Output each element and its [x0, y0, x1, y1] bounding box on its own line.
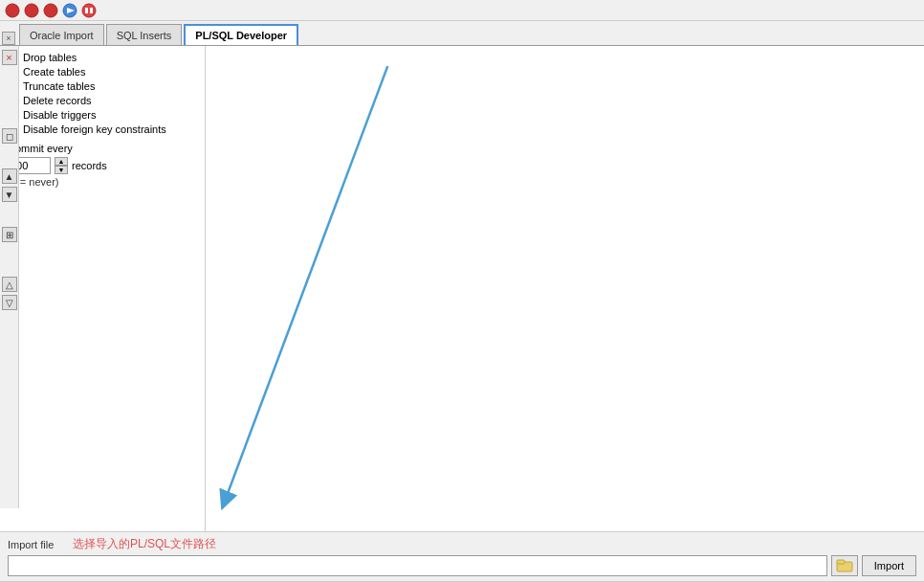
svg-point-5 — [82, 4, 96, 17]
svg-rect-6 — [85, 8, 88, 13]
toolbar-icon-2[interactable] — [23, 2, 40, 19]
side-btn-chevron-up[interactable]: ▲ — [2, 168, 17, 184]
checkbox-create-tables[interactable]: Create tables — [8, 66, 197, 78]
tab-sql-inserts[interactable]: SQL Inserts — [106, 24, 183, 45]
file-label-row: Import file 选择导入的PL/SQL文件路径 — [8, 536, 916, 552]
main-toolbar — [0, 0, 924, 21]
tab-plsql-developer[interactable]: PL/SQL Developer — [184, 24, 298, 45]
spin-down-button[interactable]: ▼ — [55, 166, 68, 174]
file-input-row: Import — [8, 555, 916, 576]
file-area: Import file 选择导入的PL/SQL文件路径 Import — [0, 531, 924, 581]
side-btn-1[interactable]: × — [2, 50, 17, 65]
checkbox-drop-tables[interactable]: Drop tables — [8, 52, 197, 63]
disable-triggers-label: Disable triggers — [23, 109, 96, 121]
tab-bar: × Oracle Import SQL Inserts PL/SQL Devel… — [0, 21, 924, 46]
side-btn-chevron-down[interactable]: ▼ — [2, 187, 17, 202]
checkbox-truncate-tables[interactable]: Truncate tables — [8, 80, 197, 92]
records-label: records — [72, 160, 107, 171]
main-content: Drop tables Create tables Truncate table… — [0, 46, 924, 531]
svg-rect-10 — [837, 560, 845, 564]
browse-button[interactable] — [831, 555, 858, 576]
checkbox-delete-records[interactable]: Delete records — [8, 95, 197, 106]
disable-fk-label: Disable foreign key constraints — [23, 123, 166, 135]
commit-spinbuttons: ▲ ▼ — [55, 157, 68, 174]
side-btn-3[interactable]: ⊞ — [2, 227, 17, 242]
delete-records-label: Delete records — [23, 95, 92, 106]
import-file-label: Import file — [8, 539, 65, 550]
side-toolbar: × ◻ ▲ ▼ ⊞ △ ▽ — [0, 46, 19, 508]
svg-line-8 — [225, 66, 387, 501]
import-button[interactable]: Import — [862, 555, 916, 576]
commit-label: Commit every — [8, 143, 197, 154]
spin-up-button[interactable]: ▲ — [55, 157, 68, 166]
tab-oracle-import[interactable]: Oracle Import — [19, 24, 104, 45]
svg-point-1 — [25, 4, 38, 17]
toolbar-icon-5[interactable] — [80, 2, 98, 19]
commit-section: Commit every ▲ ▼ records (0 = never) — [8, 143, 197, 188]
side-btn-2[interactable]: ◻ — [2, 128, 17, 144]
file-path-input[interactable] — [8, 555, 827, 576]
truncate-tables-label: Truncate tables — [23, 80, 95, 92]
right-panel — [206, 46, 924, 531]
toolbar-icon-1[interactable] — [4, 2, 21, 19]
checkbox-disable-triggers[interactable]: Disable triggers — [8, 109, 197, 121]
annotation-text: 选择导入的PL/SQL文件路径 — [73, 536, 216, 552]
annotation-arrow-svg — [206, 46, 924, 531]
side-btn-arrow-down[interactable]: ▽ — [2, 295, 17, 310]
checkbox-disable-fk[interactable]: Disable foreign key constraints — [8, 123, 197, 135]
side-btn-arrow-up[interactable]: △ — [2, 277, 17, 292]
never-label: (0 = never) — [8, 176, 197, 188]
svg-rect-7 — [90, 8, 93, 13]
left-panel: Drop tables Create tables Truncate table… — [0, 46, 206, 531]
svg-point-0 — [6, 4, 19, 17]
svg-point-2 — [44, 4, 57, 17]
drop-tables-label: Drop tables — [23, 52, 77, 63]
commit-input-row: ▲ ▼ records — [8, 157, 197, 174]
toolbar-icon-3[interactable] — [42, 2, 59, 19]
create-tables-label: Create tables — [23, 66, 85, 78]
tab-close-button[interactable]: × — [2, 32, 15, 45]
toolbar-icon-4[interactable] — [61, 2, 78, 19]
